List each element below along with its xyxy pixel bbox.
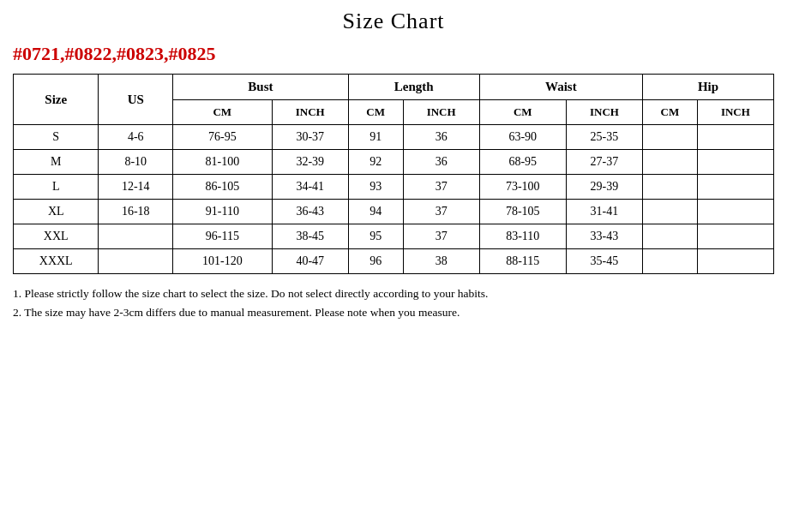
table-cell: S [14, 125, 99, 150]
table-cell: 4-6 [99, 125, 173, 150]
table-cell [643, 249, 698, 274]
table-cell: 8-10 [99, 150, 173, 175]
table-cell: 101-120 [173, 249, 273, 274]
table-cell [99, 224, 173, 249]
hip-cm-header: CM [643, 100, 698, 125]
table-cell [643, 150, 698, 175]
table-cell: XXXL [14, 249, 99, 274]
table-cell: 34-41 [272, 175, 348, 200]
col-bust: Bust [173, 75, 349, 100]
table-cell: 36 [403, 150, 479, 175]
table-cell: 83-110 [479, 224, 566, 249]
note-1: 1. Please strictly follow the size chart… [13, 284, 774, 303]
bust-inch-header: INCH [272, 100, 348, 125]
table-cell: M [14, 150, 99, 175]
table-cell: 38 [403, 249, 479, 274]
table-cell: 68-95 [479, 150, 566, 175]
table-cell: 33-43 [566, 224, 642, 249]
table-cell: 29-39 [566, 175, 642, 200]
note-2: 2. The size may have 2-3cm differs due t… [13, 303, 774, 322]
size-table: Size US Bust Length Waist Hip CM INCH CM… [13, 74, 774, 274]
table-cell: 95 [348, 224, 403, 249]
table-cell: 25-35 [566, 125, 642, 150]
col-length: Length [348, 75, 479, 100]
table-cell: 40-47 [272, 249, 348, 274]
table-cell: 37 [403, 224, 479, 249]
bust-cm-header: CM [173, 100, 273, 125]
table-row: L12-1486-10534-41933773-10029-39 [14, 175, 774, 200]
table-cell: 86-105 [173, 175, 273, 200]
table-cell [697, 175, 773, 200]
len-cm-header: CM [348, 100, 403, 125]
table-cell [697, 125, 773, 150]
table-cell: 93 [348, 175, 403, 200]
table-cell: 38-45 [272, 224, 348, 249]
table-cell: 92 [348, 150, 403, 175]
table-cell: 31-41 [566, 200, 642, 224]
table-cell [643, 125, 698, 150]
waist-cm-header: CM [479, 100, 566, 125]
table-row: XXXL101-12040-47963888-11535-45 [14, 249, 774, 274]
len-inch-header: INCH [403, 100, 479, 125]
table-cell: 73-100 [479, 175, 566, 200]
table-cell: 37 [403, 200, 479, 224]
table-row: XXL96-11538-45953783-11033-43 [14, 224, 774, 249]
table-cell: 36 [403, 125, 479, 150]
hip-inch-header: INCH [697, 100, 773, 125]
table-cell [697, 224, 773, 249]
col-us: US [99, 75, 173, 125]
table-cell [697, 150, 773, 175]
col-waist: Waist [479, 75, 642, 100]
waist-inch-header: INCH [566, 100, 642, 125]
table-cell [697, 249, 773, 274]
table-cell: 37 [403, 175, 479, 200]
table-cell [643, 200, 698, 224]
table-cell: 96 [348, 249, 403, 274]
table-cell: 16-18 [99, 200, 173, 224]
table-cell: 94 [348, 200, 403, 224]
table-cell: XL [14, 200, 99, 224]
table-cell: 30-37 [272, 125, 348, 150]
table-cell: 78-105 [479, 200, 566, 224]
table-cell [99, 249, 173, 274]
table-cell [697, 200, 773, 224]
table-cell: 36-43 [272, 200, 348, 224]
table-cell: XXL [14, 224, 99, 249]
table-cell: 27-37 [566, 150, 642, 175]
table-cell: 35-45 [566, 249, 642, 274]
page-title: Size Chart [13, 9, 774, 34]
table-cell: 32-39 [272, 150, 348, 175]
col-size: Size [14, 75, 99, 125]
table-cell: 91-110 [173, 200, 273, 224]
table-cell: 63-90 [479, 125, 566, 150]
table-cell: 96-115 [173, 224, 273, 249]
table-cell [643, 175, 698, 200]
table-cell: L [14, 175, 99, 200]
table-cell: 81-100 [173, 150, 273, 175]
table-row: XL16-1891-11036-43943778-10531-41 [14, 200, 774, 224]
table-cell: 76-95 [173, 125, 273, 150]
col-hip: Hip [643, 75, 774, 100]
table-cell: 88-115 [479, 249, 566, 274]
product-codes: #0721,#0822,#0823,#0825 [13, 43, 774, 65]
table-row: S4-676-9530-37913663-9025-35 [14, 125, 774, 150]
table-cell: 12-14 [99, 175, 173, 200]
table-cell [643, 224, 698, 249]
table-header-main: Size US Bust Length Waist Hip [14, 75, 774, 100]
notes-section: 1. Please strictly follow the size chart… [13, 284, 774, 321]
table-cell: 91 [348, 125, 403, 150]
table-row: M8-1081-10032-39923668-9527-37 [14, 150, 774, 175]
